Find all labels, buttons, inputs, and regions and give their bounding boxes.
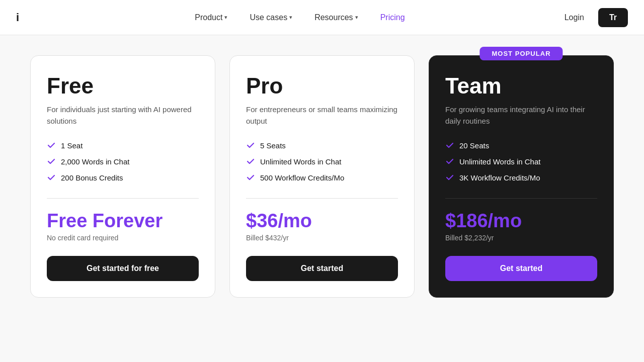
price-section-free: Free Forever No credit card required [47, 211, 199, 252]
feature-item: 200 Bonus Credits [47, 173, 199, 182]
plan-card-free: Free For individuals just starting with … [30, 55, 215, 298]
check-icon [445, 173, 454, 182]
logo: i [16, 11, 19, 24]
feature-item: Unlimited Words in Chat [445, 157, 597, 166]
price-note-free: No credit card required [47, 234, 199, 242]
cta-button-pro[interactable]: Get started [246, 256, 398, 281]
price-section-pro: $36/mo Billed $432/yr [246, 211, 398, 252]
chevron-down-icon: ▾ [289, 14, 292, 21]
feature-item: 1 Seat [47, 141, 199, 150]
nav-product[interactable]: Product ▾ [186, 9, 236, 26]
feature-item: 5 Seats [246, 141, 398, 150]
feature-label: 1 Seat [61, 141, 83, 150]
chevron-down-icon: ▾ [224, 14, 227, 21]
nav-use-cases[interactable]: Use cases ▾ [240, 9, 301, 26]
check-icon [246, 141, 255, 150]
nav-resources-label: Resources [314, 13, 353, 22]
feature-item: 3K Workflow Credits/Mo [445, 173, 597, 182]
features-list-free: 1 Seat 2,000 Words in Chat [47, 141, 199, 182]
feature-label: 200 Bonus Credits [61, 173, 123, 182]
price-note-pro: Billed $432/yr [246, 234, 398, 242]
navbar: i Product ▾ Use cases ▾ Resources ▾ Pric… [0, 0, 644, 35]
plan-desc-pro: For entrepreneurs or small teams maximiz… [246, 104, 398, 127]
features-list-team: 20 Seats Unlimited Words in Chat [445, 141, 597, 182]
feature-label: Unlimited Words in Chat [459, 157, 540, 166]
feature-label: 2,000 Words in Chat [61, 157, 129, 166]
plan-desc-team: For growing teams integrating AI into th… [445, 104, 597, 127]
nav-use-cases-label: Use cases [250, 13, 287, 22]
try-button[interactable]: Tr [598, 8, 628, 27]
plan-name-team: Team [445, 74, 597, 98]
check-icon [47, 157, 56, 166]
feature-label: 5 Seats [260, 141, 286, 150]
chevron-down-icon: ▾ [355, 14, 358, 21]
most-popular-badge: MOST POPULAR [479, 47, 562, 60]
nav-pricing[interactable]: Pricing [371, 9, 414, 26]
feature-item: 500 Workflow Credits/Mo [246, 173, 398, 182]
feature-label: 500 Workflow Credits/Mo [260, 173, 344, 182]
feature-item: Unlimited Words in Chat [246, 157, 398, 166]
price-label-pro: $36/mo [246, 211, 398, 232]
pricing-cards: Free For individuals just starting with … [30, 55, 614, 298]
nav-links: Product ▾ Use cases ▾ Resources ▾ Pricin… [43, 9, 556, 26]
cta-button-free[interactable]: Get started for free [47, 256, 199, 281]
price-note-team: Billed $2,232/yr [445, 234, 597, 242]
plan-name-free: Free [47, 74, 199, 98]
card-divider [445, 198, 597, 199]
features-list-pro: 5 Seats Unlimited Words in Chat [246, 141, 398, 182]
pricing-section: Free For individuals just starting with … [0, 35, 644, 362]
price-label-team: $186/mo [445, 211, 597, 232]
navbar-actions: Login Tr [556, 8, 628, 27]
plan-desc-free: For individuals just starting with AI po… [47, 104, 199, 127]
nav-product-label: Product [195, 13, 222, 22]
feature-label: Unlimited Words in Chat [260, 157, 341, 166]
feature-label: 3K Workflow Credits/Mo [459, 173, 540, 182]
feature-label: 20 Seats [459, 141, 489, 150]
check-icon [246, 173, 255, 182]
login-button[interactable]: Login [556, 9, 592, 26]
check-icon [246, 157, 255, 166]
check-icon [47, 141, 56, 150]
price-section-team: $186/mo Billed $2,232/yr [445, 211, 597, 252]
plan-card-pro: Pro For entrepreneurs or small teams max… [229, 55, 415, 298]
feature-item: 20 Seats [445, 141, 597, 150]
nav-pricing-label: Pricing [380, 13, 405, 22]
nav-resources[interactable]: Resources ▾ [305, 9, 367, 26]
card-divider [246, 198, 398, 199]
cta-button-team[interactable]: Get started [445, 256, 597, 281]
plan-name-pro: Pro [246, 74, 398, 98]
check-icon [445, 157, 454, 166]
price-label-free: Free Forever [47, 211, 199, 232]
card-divider [47, 198, 199, 199]
feature-item: 2,000 Words in Chat [47, 157, 199, 166]
plan-card-team: MOST POPULAR Team For growing teams inte… [429, 55, 614, 298]
check-icon [445, 141, 454, 150]
check-icon [47, 173, 56, 182]
